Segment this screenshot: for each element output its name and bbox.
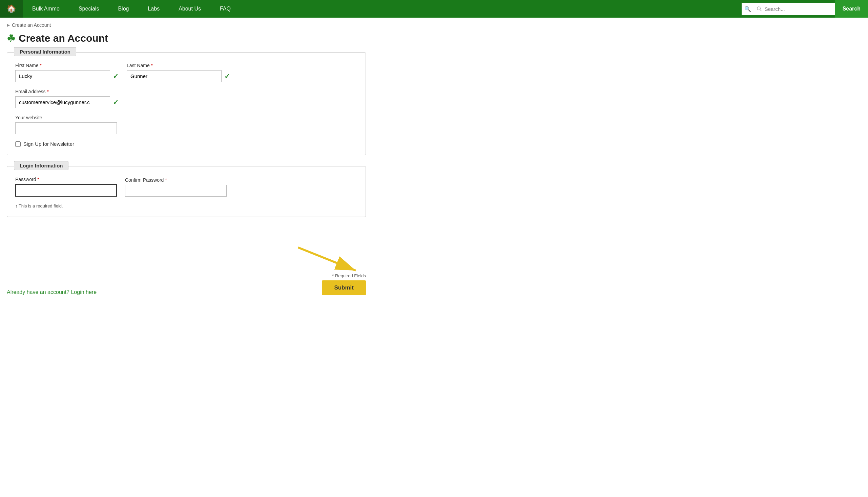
last-name-input-wrapper: ✓ bbox=[127, 70, 230, 82]
nav-links: Bulk AmmoSpecialsBlogLabsAbout UsFAQ bbox=[23, 0, 741, 18]
password-row: Password * Confirm Password * bbox=[15, 176, 357, 197]
last-name-required-star: * bbox=[151, 63, 153, 68]
navigation: 🏠 Bulk AmmoSpecialsBlogLabsAbout UsFAQ 🔍… bbox=[0, 0, 868, 18]
last-name-label: Last Name * bbox=[127, 63, 230, 68]
required-field-note: ↑ This is a required field. bbox=[15, 203, 357, 209]
confirm-password-label: Confirm Password * bbox=[125, 177, 227, 183]
email-input-wrapper: ✓ bbox=[15, 96, 119, 108]
login-link[interactable]: Already have an account? Login here bbox=[7, 289, 97, 295]
home-button[interactable]: 🏠 bbox=[0, 0, 23, 18]
first-name-input[interactable] bbox=[15, 70, 110, 82]
last-name-input[interactable] bbox=[127, 70, 222, 82]
last-name-checkmark: ✓ bbox=[224, 72, 230, 80]
password-group: Password * bbox=[15, 176, 117, 197]
search-area: 🔍 Search bbox=[741, 3, 868, 15]
svg-line-1 bbox=[298, 247, 356, 271]
email-row: Email Address * ✓ bbox=[15, 89, 357, 108]
personal-info-legend: Personal Information bbox=[14, 47, 76, 56]
name-row: First Name * ✓ Last Name * ✓ bbox=[15, 63, 357, 82]
website-group: Your website bbox=[15, 115, 117, 134]
nav-link-bulk-ammo[interactable]: Bulk Ammo bbox=[23, 0, 69, 18]
bottom-section: Already have an account? Login here * Re… bbox=[0, 241, 373, 302]
last-name-group: Last Name * ✓ bbox=[127, 63, 230, 82]
login-info-legend: Login Information bbox=[14, 161, 69, 170]
submit-button[interactable]: Submit bbox=[322, 280, 366, 295]
first-name-checkmark: ✓ bbox=[113, 72, 119, 80]
first-name-required-star: * bbox=[40, 63, 41, 68]
arrow-decoration bbox=[291, 244, 366, 274]
page-title-area: ☘ Create an Account bbox=[7, 32, 366, 44]
confirm-password-group: Confirm Password * bbox=[125, 177, 227, 197]
submit-area: * Required Fields Submit bbox=[291, 244, 366, 295]
website-label: Your website bbox=[15, 115, 117, 120]
yellow-arrow-svg bbox=[291, 244, 366, 274]
confirm-password-input[interactable] bbox=[125, 185, 227, 197]
nav-link-about-us[interactable]: About Us bbox=[169, 0, 210, 18]
breadcrumb-arrow: ▶ bbox=[7, 23, 10, 27]
email-input[interactable] bbox=[15, 96, 110, 108]
newsletter-row: Sign Up for Newsletter bbox=[15, 141, 357, 147]
email-group: Email Address * ✓ bbox=[15, 89, 119, 108]
first-name-group: First Name * ✓ bbox=[15, 63, 119, 82]
confirm-password-required-star: * bbox=[165, 177, 167, 183]
breadcrumb: ▶ Create an Account bbox=[0, 18, 868, 32]
newsletter-checkbox[interactable] bbox=[15, 141, 21, 147]
email-checkmark: ✓ bbox=[113, 98, 119, 106]
personal-info-section: Personal Information First Name * ✓ Last… bbox=[7, 52, 366, 155]
search-input[interactable] bbox=[754, 3, 835, 15]
email-required-star: * bbox=[47, 89, 48, 94]
first-name-input-wrapper: ✓ bbox=[15, 70, 119, 82]
password-input[interactable] bbox=[15, 184, 117, 197]
password-label: Password * bbox=[15, 176, 117, 182]
newsletter-label[interactable]: Sign Up for Newsletter bbox=[24, 141, 74, 147]
first-name-label: First Name * bbox=[15, 63, 119, 68]
page-content: ☘ Create an Account Personal Information… bbox=[0, 32, 373, 241]
password-required-star: * bbox=[37, 176, 39, 182]
nav-link-specials[interactable]: Specials bbox=[69, 0, 108, 18]
nav-link-faq[interactable]: FAQ bbox=[210, 0, 240, 18]
nav-link-blog[interactable]: Blog bbox=[108, 0, 138, 18]
clover-icon: ☘ bbox=[7, 33, 15, 44]
website-input[interactable] bbox=[15, 123, 117, 134]
home-icon: 🏠 bbox=[7, 4, 16, 13]
nav-link-labs[interactable]: Labs bbox=[138, 0, 169, 18]
website-row: Your website bbox=[15, 115, 357, 134]
login-info-section: Login Information Password * Confirm Pas… bbox=[7, 166, 366, 217]
email-label: Email Address * bbox=[15, 89, 119, 94]
search-button[interactable]: Search bbox=[835, 0, 868, 18]
page-title: Create an Account bbox=[19, 32, 108, 44]
breadcrumb-label: Create an Account bbox=[12, 23, 51, 28]
search-icon: 🔍 bbox=[741, 6, 754, 12]
